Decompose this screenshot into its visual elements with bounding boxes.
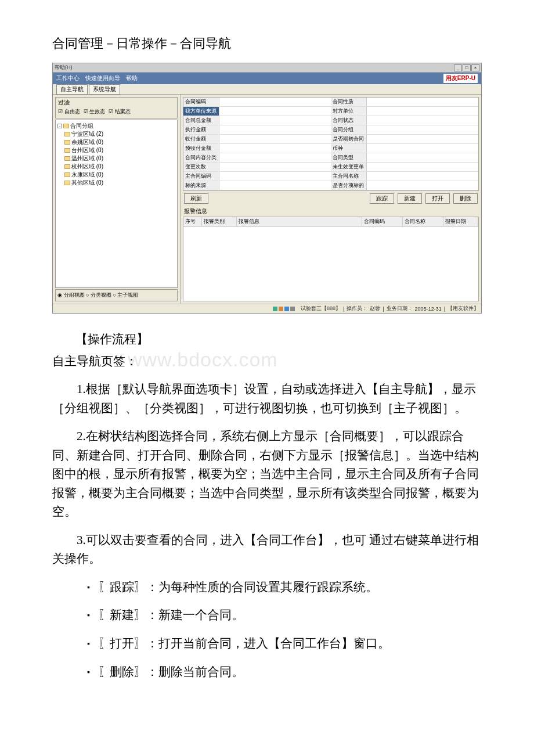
- status-company: 【用友软件】: [448, 305, 479, 312]
- field-label: 未生效变更单: [331, 163, 367, 171]
- col-message: 报警信息: [237, 217, 362, 226]
- status-account: 试验套三【888】: [301, 305, 341, 312]
- status-icon: [290, 307, 295, 311]
- tree-item[interactable]: 宁波区域 (2): [64, 130, 175, 138]
- tree-children: 宁波区域 (2) 余姚区域 (0) 台州区域 (0) 温州区域 (0) 杭州区域…: [64, 130, 175, 187]
- status-bar: 试验套三【888】 | 操作员：赵蓉 | 业务日期：2005-12-31 | 【…: [53, 304, 481, 313]
- tree-root-label[interactable]: 合同分组: [70, 122, 93, 130]
- status-icons: [273, 307, 295, 311]
- tab-self-nav[interactable]: 自主导航: [56, 84, 88, 95]
- status-icon: [273, 307, 277, 311]
- status-operator: 赵蓉: [370, 305, 380, 312]
- tree-item[interactable]: 余姚区域 (0): [64, 138, 175, 146]
- field-value: [367, 107, 478, 116]
- field-label: 预收付金额: [183, 144, 219, 153]
- radio-group-view[interactable]: ◉ 分组视图: [57, 292, 85, 298]
- field-label: 是否期初合同: [331, 135, 367, 143]
- field-value: [367, 135, 478, 143]
- section-subhead: 自主导航页签： www.bdocx.com: [52, 353, 482, 369]
- field-value: [219, 125, 331, 134]
- list-item: 〖跟踪〗：为每种性质的合同设置其履行跟踪系统。: [87, 578, 482, 597]
- delete-button[interactable]: 删除: [453, 193, 478, 204]
- field-value: [219, 135, 331, 143]
- field-label: 合同分组: [331, 125, 367, 134]
- status-date: 2005-12-31: [415, 306, 442, 312]
- section-heading: 【操作流程】: [52, 331, 482, 347]
- alert-table: 序号 报警类别 报警信息 合同编码 合同名称 报警日期: [183, 217, 479, 301]
- maximize-button[interactable]: □: [463, 64, 471, 71]
- field-value: [367, 125, 478, 134]
- toolbar: 工作中心 快速使用向导 帮助 用友ERP-U: [53, 73, 481, 84]
- track-button[interactable]: 跟踪: [370, 193, 394, 204]
- left-panel: 过滤 ☑ 自由态 ☑ 生效态 ☑ 结案态 - 合同分组 宁波区域 (2) 余姚区…: [53, 95, 181, 304]
- tab-system-nav[interactable]: 系统导航: [89, 84, 120, 95]
- view-mode-radios: ◉ 分组视图 ○ 分类视图 ○ 主子视图: [55, 289, 178, 301]
- app-window: 帮助(H) _ □ × 工作中心 快速使用向导 帮助 用友ERP-U 自主导航 …: [52, 63, 482, 314]
- field-value: [367, 144, 478, 153]
- field-value: [219, 181, 331, 190]
- nav-tabs: 自主导航 系统导航: [53, 84, 481, 95]
- toolbar-help[interactable]: 帮助: [126, 74, 138, 82]
- field-label: 币种: [331, 144, 367, 153]
- field-value: [219, 98, 331, 106]
- list-item: 〖删除〗：删除当前合同。: [87, 663, 482, 682]
- minimize-button[interactable]: _: [454, 64, 462, 71]
- col-name: 合同名称: [403, 217, 443, 226]
- field-value: [367, 116, 478, 125]
- summary-fields: 合同编码合同性质 我方单位来源对方单位 合同总金额合同状态 执行金额合同分组 收…: [183, 97, 479, 191]
- filter-free[interactable]: ☑ 自由态: [58, 108, 80, 116]
- paragraph-1: 1.根据［默认导航界面选项卡］设置，自动或选择进入【自主导航】，显示［分组视图］…: [52, 380, 482, 417]
- folder-icon: [64, 181, 70, 185]
- field-label: 主合同编码: [183, 172, 219, 181]
- refresh-button[interactable]: 刷新: [184, 193, 208, 204]
- tree-item[interactable]: 其他区域 (0): [64, 179, 175, 187]
- alert-section-label: 报警信息: [183, 206, 479, 217]
- field-value: [367, 163, 478, 171]
- page-title: 合同管理－日常操作－合同导航: [0, 35, 534, 52]
- field-label: 主合同名称: [331, 172, 367, 181]
- tree-collapse-icon[interactable]: -: [57, 124, 62, 128]
- list-item: 〖新建〗：新建一个合同。: [87, 606, 482, 625]
- new-button[interactable]: 新建: [398, 193, 422, 204]
- field-value: [367, 172, 478, 181]
- watermark: www.bdocx.com: [128, 348, 278, 371]
- col-type: 报警类别: [202, 217, 237, 226]
- action-buttons: 刷新 跟踪 新建 打开 删除: [183, 191, 479, 206]
- radio-category-view[interactable]: ○ 分类视图: [86, 292, 111, 298]
- field-value: [219, 153, 331, 162]
- field-value: [219, 107, 331, 116]
- folder-icon: [64, 156, 70, 161]
- right-panel: 合同编码合同性质 我方单位来源对方单位 合同总金额合同状态 执行金额合同分组 收…: [181, 95, 481, 304]
- tree-item[interactable]: 台州区域 (0): [64, 146, 175, 154]
- toolbar-work-center[interactable]: 工作中心: [56, 74, 80, 82]
- field-label: 收付金额: [183, 135, 219, 143]
- field-value: [367, 153, 478, 162]
- field-label: 合同总金额: [183, 116, 219, 125]
- status-date-label: 业务日期：: [387, 305, 413, 312]
- field-label: 我方单位来源: [183, 107, 219, 116]
- tree-item[interactable]: 温州区域 (0): [64, 154, 175, 163]
- folder-icon: [64, 172, 70, 177]
- filter-closed[interactable]: ☑ 结案态: [109, 108, 131, 116]
- toolbar-wizard[interactable]: 快速使用向导: [85, 74, 120, 82]
- field-value: [219, 163, 331, 171]
- brand-logo: 用友ERP-U: [443, 74, 478, 83]
- field-label: 合同性质: [331, 98, 367, 106]
- open-button[interactable]: 打开: [425, 193, 450, 204]
- field-value: [219, 172, 331, 181]
- field-value: [219, 144, 331, 153]
- tree-item[interactable]: 杭州区域 (0): [64, 163, 175, 171]
- radio-parent-child-view[interactable]: ○ 主子视图: [113, 292, 138, 298]
- close-button[interactable]: ×: [471, 64, 479, 71]
- tree-view[interactable]: - 合同分组 宁波区域 (2) 余姚区域 (0) 台州区域 (0) 温州区域 (…: [55, 120, 178, 288]
- status-icon: [279, 307, 283, 311]
- folder-icon: [64, 164, 70, 169]
- paragraph-3: 3.可以双击要查看的合同，进入【合同工作台】，也可 通过右键菜单进行相关操作。: [52, 531, 482, 568]
- tree-item[interactable]: 永康区域 (0): [64, 171, 175, 179]
- filter-active[interactable]: ☑ 生效态: [84, 108, 106, 116]
- filter-title: 过滤: [58, 99, 175, 107]
- paragraph-2: 2.在树状结构图选择合同，系统右侧上方显示［合同概要］，可以跟踪合同、新建合同、…: [52, 427, 482, 521]
- field-label: 标的来源: [183, 181, 219, 190]
- field-value: [219, 116, 331, 125]
- folder-icon: [64, 140, 70, 145]
